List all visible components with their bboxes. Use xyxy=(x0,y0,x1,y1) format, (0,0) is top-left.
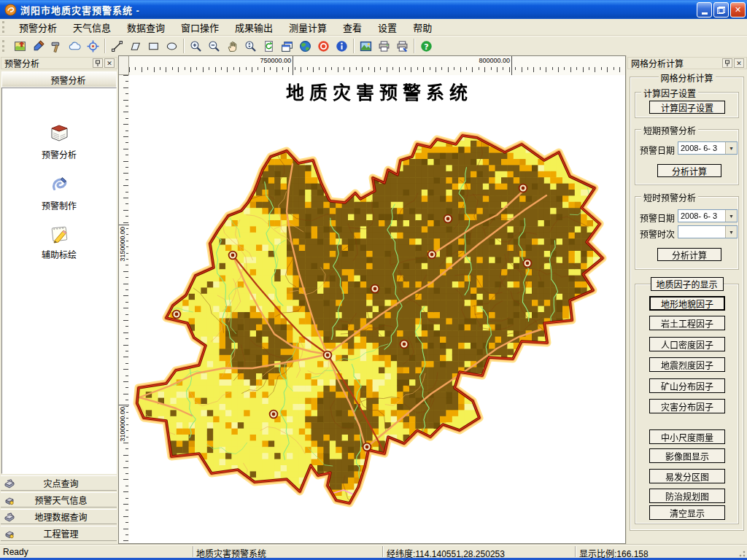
sidebar-item-1[interactable]: 预警制作 xyxy=(2,173,116,211)
tool2-icon xyxy=(4,528,15,540)
factor-button-2[interactable]: 人口密度因子 xyxy=(649,337,725,351)
factor-button-3[interactable]: 地震烈度因子 xyxy=(649,357,725,372)
factor-button-1[interactable]: 岩土工程因子 xyxy=(649,316,725,330)
warning-date-combobox[interactable]: 2008- 6- 3 ▼ xyxy=(678,141,738,155)
panel-close-icon[interactable]: ✕ xyxy=(734,58,744,68)
cascade-windows-button[interactable] xyxy=(278,37,296,55)
minimize-button[interactable] xyxy=(697,2,712,18)
toolbar-separator xyxy=(183,39,185,53)
map-image-button[interactable] xyxy=(357,37,375,55)
polygon-draw-button[interactable] xyxy=(126,37,144,55)
sidebar-item-2[interactable]: 辅助标绘 xyxy=(2,222,116,260)
bottom-bar-2[interactable]: 地理数据查询 xyxy=(1,509,117,524)
short-time-date-value: 2008- 6- 3 xyxy=(678,210,725,222)
short-time-analyze-button[interactable]: 分析计算 xyxy=(657,248,721,261)
brush-button[interactable] xyxy=(29,37,47,55)
bottom-bar-0[interactable]: 灾点查询 xyxy=(1,475,117,491)
zoom-in-icon xyxy=(190,40,202,52)
sidebar-item-label: 预警分析 xyxy=(2,148,116,160)
pin-icon[interactable] xyxy=(722,58,732,68)
extra-button-0[interactable]: 中小尺度雨量 xyxy=(649,429,725,444)
chevron-down-icon[interactable]: ▼ xyxy=(725,210,737,222)
pan-hand-button[interactable] xyxy=(223,37,241,55)
menu-grip[interactable] xyxy=(2,21,8,33)
info-button[interactable] xyxy=(333,37,351,55)
close-button[interactable]: ✕ xyxy=(730,2,746,18)
cloud-button[interactable] xyxy=(66,37,84,55)
extra-button-2[interactable]: 易发分区图 xyxy=(649,469,725,483)
print-icon xyxy=(378,40,390,52)
hammer-button[interactable] xyxy=(47,37,66,55)
help-icon: ? xyxy=(420,40,433,52)
menu-item-5[interactable]: 测量计算 xyxy=(281,19,335,36)
menu-item-8[interactable]: 帮助 xyxy=(405,19,440,36)
menu-item-6[interactable]: 查看 xyxy=(335,19,370,36)
pin-icon[interactable] xyxy=(93,58,103,68)
map-canvas[interactable] xyxy=(129,75,625,543)
map-display-icon xyxy=(14,40,26,52)
left-panel: 预警分析 ✕ 预警分析 预警分析预警制作辅助标绘 灾点查询预警天气信息地理数据查… xyxy=(0,55,118,544)
toolbar: ? xyxy=(0,35,747,57)
app-window: 浏阳市地质灾害预警系统 - ✕ 预警分析天气信息数据查询窗口操作成果输出测量计算… xyxy=(0,0,747,560)
plotter-icon xyxy=(4,511,15,523)
bottom-bar-label: 灾点查询 xyxy=(18,477,117,489)
left-panel-body: 预警分析预警制作辅助标绘 xyxy=(1,88,117,474)
refresh-page-button[interactable] xyxy=(260,37,278,55)
panel-close-icon[interactable]: ✕ xyxy=(104,58,115,68)
calc-factor-group-label: 计算因子设置 xyxy=(641,87,698,99)
zoom-extent-button[interactable] xyxy=(241,37,260,55)
map-display-button[interactable] xyxy=(11,37,29,55)
bottom-bar-label: 工程管理 xyxy=(18,527,117,540)
rect-draw-icon xyxy=(147,40,160,52)
content-area: 预警分析 ✕ 预警分析 预警分析预警制作辅助标绘 灾点查询预警天气信息地理数据查… xyxy=(0,55,747,544)
left-panel-header-label: 预警分析 xyxy=(20,74,116,86)
factor-button-0[interactable]: 地形地貌因子 xyxy=(649,296,725,311)
menu-item-3[interactable]: 窗口操作 xyxy=(173,19,227,36)
sidebar-item-0[interactable]: 预警分析 xyxy=(2,122,116,160)
short-term-analyze-button[interactable]: 分析计算 xyxy=(657,164,721,177)
menu-bar: 预警分析天气信息数据查询窗口操作成果输出测量计算查看设置帮助 xyxy=(0,19,747,36)
center-target-button[interactable] xyxy=(84,37,102,55)
menu-item-2[interactable]: 数据查询 xyxy=(119,19,173,36)
stop-icon xyxy=(317,40,330,52)
factor-button-5[interactable]: 灾害分布因子 xyxy=(649,399,725,413)
warning-time-combobox[interactable]: ▼ xyxy=(678,225,738,238)
extra-button-3[interactable]: 防治规划图 xyxy=(649,489,725,503)
right-panel-titlebar: 网格分析计算 ✕ xyxy=(627,57,747,69)
help-button[interactable]: ? xyxy=(417,37,436,55)
extra-button-1[interactable]: 影像图显示 xyxy=(649,448,725,463)
globe-button[interactable] xyxy=(296,37,314,55)
menu-item-1[interactable]: 天气信息 xyxy=(65,19,119,36)
warning-date-value: 2008- 6- 3 xyxy=(678,142,725,154)
zoom-out-button[interactable] xyxy=(205,37,223,55)
resize-grip[interactable] xyxy=(737,548,746,558)
short-time-date-combobox[interactable]: 2008- 6- 3 ▼ xyxy=(678,209,738,222)
cloud-icon xyxy=(69,40,81,52)
short-term-group: 短期预警分析 预警日期 2008- 6- 3 ▼ 分析计算 xyxy=(635,129,739,185)
rect-draw-button[interactable] xyxy=(144,37,163,55)
factor-group-label: 地质因子的显示 xyxy=(650,277,723,291)
print-button[interactable] xyxy=(375,37,393,55)
menu-item-4[interactable]: 成果输出 xyxy=(227,19,281,36)
toolbar-grip[interactable] xyxy=(2,40,8,52)
extra-button-4[interactable]: 清空显示 xyxy=(649,505,725,520)
bottom-bar-1[interactable]: 预警天气信息 xyxy=(1,492,117,508)
stop-button[interactable] xyxy=(314,37,333,55)
ellipse-draw-button[interactable] xyxy=(163,37,181,55)
line-draw-button[interactable] xyxy=(108,37,126,55)
ruler-label: 3150000.00 xyxy=(119,227,126,262)
chevron-down-icon[interactable]: ▼ xyxy=(725,142,737,154)
map-image-icon xyxy=(360,40,372,52)
menu-item-7[interactable]: 设置 xyxy=(370,19,405,36)
print-setup-button[interactable] xyxy=(393,37,411,55)
calc-factor-settings-button[interactable]: 计算因子设置 xyxy=(649,101,725,114)
chevron-down-icon[interactable]: ▼ xyxy=(725,226,737,238)
restore-button[interactable] xyxy=(713,2,729,18)
close-icon: ✕ xyxy=(735,5,741,15)
bottom-bar-3[interactable]: 工程管理 xyxy=(1,526,117,541)
refresh-page-icon xyxy=(263,40,275,52)
factor-button-4[interactable]: 矿山分布因子 xyxy=(649,378,725,393)
menu-item-0[interactable]: 预警分析 xyxy=(11,19,65,36)
grid-analysis-group-label: 网格分析计算 xyxy=(658,71,715,84)
zoom-in-button[interactable] xyxy=(187,37,205,55)
